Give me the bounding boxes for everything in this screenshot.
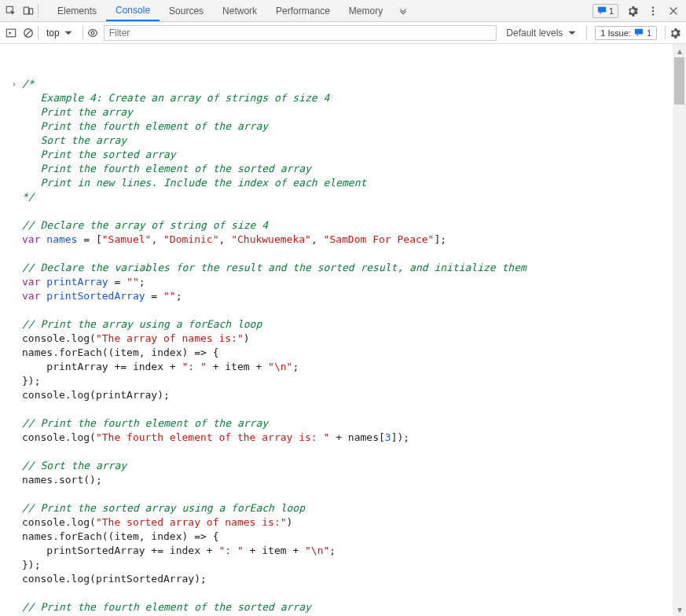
issues-badge[interactable]: 1 Issue: 1 bbox=[595, 26, 657, 40]
code-var: printSortedArray bbox=[46, 290, 145, 302]
console-output[interactable]: ›/* Example 4: Create an array of string… bbox=[0, 44, 673, 616]
tab-elements[interactable]: Elements bbox=[48, 0, 106, 21]
log-levels-selector[interactable]: Default levels bbox=[506, 27, 578, 39]
eye-icon[interactable] bbox=[86, 27, 99, 39]
scroll-down-icon[interactable]: ▾ bbox=[673, 603, 686, 616]
code-text: ; bbox=[139, 276, 145, 288]
code-comment: Sort the array bbox=[22, 134, 127, 146]
code-text: names.forEach((item, index) => { bbox=[22, 346, 218, 358]
code-text: console.log( bbox=[22, 516, 96, 528]
message-icon bbox=[597, 6, 607, 16]
chevron-down-icon bbox=[62, 27, 75, 39]
code-comment: // Print the sorted array using a forEac… bbox=[22, 502, 305, 514]
code-comment: Print the array bbox=[22, 106, 133, 118]
code-text: }); bbox=[22, 375, 40, 387]
expand-icon[interactable]: › bbox=[11, 77, 17, 91]
scroll-thumb[interactable] bbox=[674, 57, 684, 104]
code-comment: Print the fourth element of the sorted a… bbox=[22, 163, 311, 174]
code-text: names.sort(); bbox=[22, 474, 102, 486]
tab-network[interactable]: Network bbox=[213, 0, 266, 21]
tab-console[interactable]: Console bbox=[106, 0, 160, 21]
code-kw: var bbox=[22, 276, 40, 288]
code-text: = [ bbox=[77, 233, 101, 245]
sidebar-toggle-icon[interactable] bbox=[5, 27, 17, 39]
separator bbox=[38, 4, 39, 18]
code-str: "" bbox=[163, 290, 176, 302]
code-str: ": " bbox=[182, 361, 207, 372]
code-var: names bbox=[46, 233, 77, 245]
code-comment: /* bbox=[22, 78, 35, 90]
separator bbox=[38, 26, 39, 40]
code-text: }); bbox=[22, 559, 40, 570]
code-str: "" bbox=[127, 276, 139, 288]
code-text: + item + bbox=[244, 544, 305, 556]
settings-icon[interactable] bbox=[626, 5, 639, 17]
tab-memory[interactable]: Memory bbox=[339, 0, 392, 21]
tab-sources[interactable]: Sources bbox=[160, 0, 213, 21]
svg-point-5 bbox=[652, 9, 654, 11]
close-icon[interactable] bbox=[667, 5, 680, 17]
code-text: console.log(printArray); bbox=[22, 389, 170, 401]
code-comment: Print in new lines. Include the index of… bbox=[22, 177, 366, 189]
code-text: printArray += index + bbox=[22, 361, 182, 372]
tab-performance[interactable]: Performance bbox=[266, 0, 339, 21]
code-kw: var bbox=[22, 290, 40, 302]
levels-label: Default levels bbox=[506, 28, 563, 38]
console-subbar: top Default levels 1 Issue: 1 bbox=[0, 22, 686, 44]
code-str: ": " bbox=[218, 544, 243, 556]
code-comment: // Print the fourth element of the sorte… bbox=[22, 601, 311, 613]
code-str: "The sorted array of names is:" bbox=[96, 516, 287, 528]
issues-label: 1 Issue: bbox=[600, 28, 631, 38]
separator bbox=[586, 26, 587, 40]
code-comment: // Declare the array of string of size 4 bbox=[22, 219, 268, 231]
code-str: "Dominic" bbox=[163, 233, 218, 245]
svg-rect-2 bbox=[29, 8, 32, 13]
code-str: "Chukwuemeka" bbox=[231, 233, 311, 245]
more-tabs-icon[interactable] bbox=[397, 5, 409, 17]
console-settings-icon[interactable] bbox=[669, 27, 681, 39]
code-text: ; bbox=[292, 361, 299, 372]
code-text: + item + bbox=[207, 361, 268, 372]
code-str: "The fourth element of the array is: " bbox=[96, 431, 329, 443]
issues-count: 1 bbox=[647, 28, 651, 38]
svg-point-6 bbox=[652, 13, 654, 15]
code-str: "Samuel" bbox=[102, 233, 152, 245]
code-text: ) bbox=[287, 516, 293, 528]
scroll-up-icon[interactable]: ▴ bbox=[673, 44, 686, 57]
messages-badge[interactable]: 1 bbox=[592, 4, 618, 18]
kebab-icon[interactable] bbox=[647, 5, 659, 17]
svg-point-4 bbox=[652, 6, 654, 8]
topbar-right: 1 bbox=[592, 4, 681, 18]
code-comment: // Print the array using a forEach loop bbox=[22, 318, 262, 330]
context-selector[interactable]: top bbox=[46, 27, 75, 39]
device-toggle-icon[interactable] bbox=[22, 5, 35, 17]
code-text: ; bbox=[329, 544, 336, 556]
clear-console-icon[interactable] bbox=[22, 27, 35, 39]
scrollbar[interactable]: ▴ ▾ bbox=[673, 44, 686, 616]
messages-count: 1 bbox=[609, 6, 614, 16]
code-text: printSortedArray += index + bbox=[22, 544, 218, 556]
chevron-down-icon bbox=[566, 27, 578, 39]
code-comment: // Sort the array bbox=[22, 460, 127, 471]
code-comment: // Print the fourth element of the array bbox=[22, 417, 268, 429]
code-comment: // Declare the variables for the result … bbox=[22, 262, 526, 273]
code-text: ]); bbox=[391, 431, 409, 443]
code-var: printArray bbox=[46, 276, 108, 288]
separator bbox=[665, 26, 666, 40]
code-text: console.log( bbox=[22, 332, 96, 344]
devtools-tabs: Elements Console Sources Network Perform… bbox=[48, 0, 592, 21]
svg-rect-10 bbox=[635, 28, 643, 34]
code-text: names.forEach((item, index) => { bbox=[22, 530, 218, 542]
code-str: "SamDom For Peace" bbox=[324, 233, 435, 245]
context-label: top bbox=[46, 28, 60, 38]
svg-rect-1 bbox=[24, 7, 28, 14]
svg-point-9 bbox=[91, 31, 94, 35]
code-comment: Example 4: Create an array of strings of… bbox=[22, 92, 329, 104]
filter-input[interactable] bbox=[104, 25, 497, 41]
code-num: 3 bbox=[385, 431, 391, 443]
code-comment: Print the sorted array bbox=[22, 148, 176, 160]
code-comment: Print the fourth element of the array bbox=[22, 120, 268, 132]
separator bbox=[83, 26, 83, 40]
inspect-icon[interactable] bbox=[5, 5, 17, 17]
code-text: console.log( bbox=[22, 431, 96, 443]
